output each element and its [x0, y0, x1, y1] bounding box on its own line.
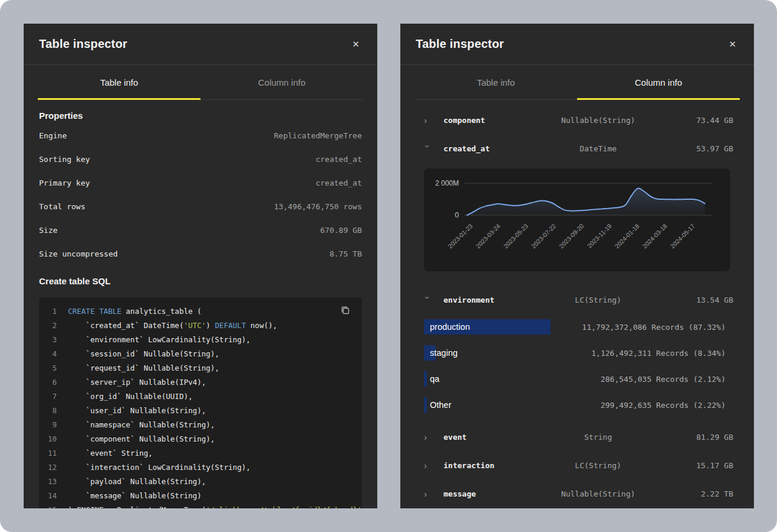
- x-tick-label: 2024-05-17: [669, 222, 697, 250]
- line-code: `message` Nullable(String): [68, 489, 202, 503]
- line-number: 9: [39, 418, 57, 432]
- x-tick-label: 2024-03-18: [641, 222, 669, 250]
- column-row-message[interactable]: › message Nullable(String) 2.22 TB: [400, 479, 754, 508]
- tab-table-info[interactable]: Table info: [415, 65, 577, 100]
- sql-code-line: 6 `server_ip` Nullable(IPv4),: [39, 375, 355, 390]
- close-button[interactable]: ✕: [726, 37, 739, 51]
- sql-code-line: 9 `namespace` Nullable(String),: [39, 418, 355, 432]
- column-name: environment: [433, 296, 534, 304]
- property-row: Total rows 13,496,476,750 rows: [24, 194, 377, 218]
- column-name: event: [433, 433, 534, 442]
- line-code: `interaction` LowCardinality(String),: [68, 460, 251, 475]
- distribution-row-other: Other 299,492,635 Records (2.22%): [400, 392, 754, 418]
- line-number: 11: [39, 446, 57, 460]
- line-code: `session_id` Nullable(String),: [68, 347, 219, 361]
- x-tick-label: 2023-07-22: [530, 222, 558, 250]
- property-value: created_at: [316, 179, 362, 187]
- distribution-track: Other: [424, 397, 569, 413]
- spacer: [400, 418, 754, 423]
- line-code: `payload` Nullable(String),: [68, 475, 206, 489]
- line-number: 13: [39, 475, 57, 489]
- property-row: Sorting key created_at: [24, 147, 377, 171]
- distribution-row-staging: staging 1,126,492,311 Records (8.34%): [400, 340, 754, 366]
- distribution-row-production: production 11,792,372,086 Records (87.32…: [400, 314, 754, 340]
- x-tick-label: 2023-05-23: [502, 222, 530, 250]
- column-row-interaction[interactable]: › interaction LC(String) 15.17 GB: [400, 451, 754, 479]
- column-type: DateTime: [534, 144, 662, 153]
- sql-code-line: 10 `component` Nullable(String),: [39, 432, 355, 446]
- distribution-row-qa: qa 286,545,035 Records (2.12%): [400, 366, 754, 392]
- column-type: LC(String): [534, 296, 662, 304]
- distribution-label: staging: [430, 345, 458, 361]
- x-tick-label: 2024-01-18: [613, 222, 641, 250]
- histogram-chart: 2 000M02023-01-232023-03-242023-05-23202…: [424, 168, 730, 271]
- y-axis-max-label: 2 000M: [435, 179, 459, 187]
- chevron-down-icon[interactable]: ›: [423, 145, 433, 154]
- chevron-right-icon[interactable]: ›: [424, 460, 433, 471]
- property-label: Primary key: [39, 179, 90, 187]
- column-size: 53.97 GB: [662, 144, 733, 153]
- tab-column-info[interactable]: Column info: [200, 65, 363, 100]
- column-name: interaction: [433, 461, 534, 470]
- line-number: 14: [39, 489, 57, 503]
- tab-bar: Table info Column info: [415, 65, 740, 100]
- column-type: LC(String): [534, 461, 662, 470]
- line-code: `user_id` Nullable(String),: [68, 404, 206, 418]
- property-label: Sorting key: [39, 155, 90, 164]
- column-row-event[interactable]: › event String 81.29 GB: [400, 423, 754, 451]
- distribution-records: 286,545,035 Records (2.12%): [569, 375, 726, 384]
- property-label: Total rows: [39, 202, 85, 211]
- line-number: 15: [39, 503, 57, 508]
- chevron-right-icon[interactable]: ›: [424, 432, 433, 442]
- sql-code-line: 3 `environment` LowCardinality(String),: [39, 333, 355, 347]
- line-code: `server_ip` Nullable(IPv4),: [68, 375, 206, 390]
- chevron-right-icon[interactable]: ›: [424, 115, 433, 125]
- line-code: `request_id` Nullable(String),: [68, 361, 219, 375]
- sql-code-line: 5 `request_id` Nullable(String),: [39, 361, 355, 375]
- column-row-created_at[interactable]: › created_at DateTime 53.97 GB: [400, 134, 754, 163]
- table-inspector-dialog-right: Table inspector ✕ Table info Column info…: [400, 24, 754, 508]
- distribution-label: production: [430, 319, 470, 335]
- distribution-bar: [424, 371, 427, 387]
- column-name: component: [433, 116, 534, 125]
- property-value: 8.75 TB: [329, 249, 362, 258]
- distribution-track: staging: [424, 345, 569, 361]
- line-code: CREATE TABLE analytics_table (: [68, 304, 202, 319]
- column-name: message: [433, 489, 534, 498]
- column-size: 81.29 GB: [662, 433, 733, 442]
- sql-code-line: 11 `event` String,: [39, 446, 355, 460]
- column-type: Nullable(String): [534, 489, 662, 498]
- line-number: 8: [39, 404, 57, 418]
- distribution-track: qa: [424, 371, 569, 387]
- line-number: 2: [39, 319, 57, 333]
- distribution-records: 1,126,492,311 Records (8.34%): [569, 349, 726, 358]
- x-tick-label: 2023-03-24: [474, 222, 502, 250]
- tab-table-info[interactable]: Table info: [38, 65, 200, 100]
- sql-code-line: 15 ) ENGINE = ReplicatedMergeTree('/clic…: [39, 503, 355, 508]
- y-axis-min-label: 0: [455, 211, 459, 219]
- column-row-component[interactable]: › component Nullable(String) 73.44 GB: [400, 106, 754, 134]
- close-button[interactable]: ✕: [349, 37, 362, 51]
- x-tick-label: 2023-09-20: [558, 222, 585, 250]
- line-code: `org_id` Nullable(UUID),: [68, 390, 193, 404]
- copy-button[interactable]: [338, 303, 352, 317]
- tab-bar: Table info Column info: [38, 65, 363, 100]
- chevron-down-icon[interactable]: ›: [423, 296, 433, 306]
- line-code: `component` Nullable(String),: [68, 432, 215, 446]
- line-number: 7: [39, 390, 57, 404]
- sql-code-line: 13 `payload` Nullable(String),: [39, 475, 355, 489]
- distribution-label: Other: [430, 397, 451, 413]
- area-fill: [467, 188, 705, 215]
- column-size: 2.22 TB: [662, 489, 733, 498]
- chevron-right-icon[interactable]: ›: [424, 489, 433, 499]
- line-number: 4: [39, 347, 57, 361]
- column-list: › component Nullable(String) 73.44 GB › …: [400, 100, 754, 508]
- tab-column-info[interactable]: Column info: [577, 65, 740, 100]
- distribution-label: qa: [430, 371, 439, 387]
- property-label: Size: [39, 226, 57, 235]
- sql-code-line: 1 CREATE TABLE analytics_table (: [39, 304, 355, 319]
- properties-list: Engine ReplicatedMergeTree Sorting key c…: [24, 124, 377, 265]
- column-row-environment[interactable]: › environment LC(String) 13.54 GB: [400, 286, 754, 314]
- property-row: Primary key created_at: [24, 171, 377, 194]
- line-number: 1: [39, 304, 57, 319]
